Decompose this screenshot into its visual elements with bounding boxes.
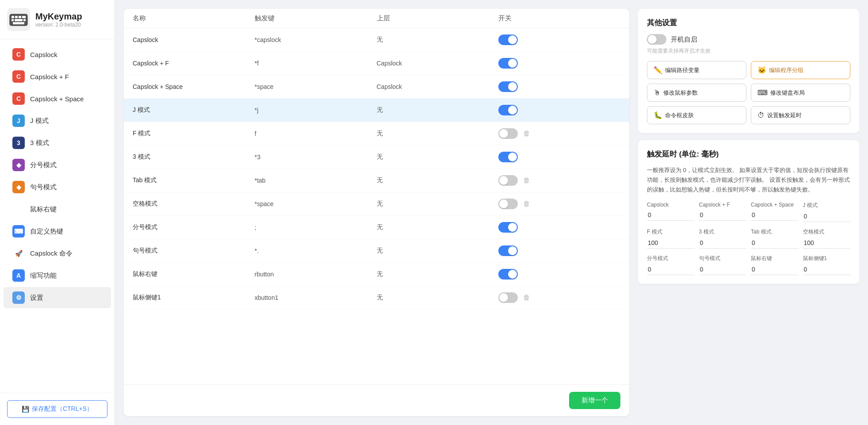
table-row[interactable]: 鼠标右键rbutton无	[124, 263, 629, 286]
action-btn-icon-set-delay: ⏱	[757, 111, 765, 119]
action-btn-edit-program[interactable]: 🐱编辑程序分组	[751, 61, 850, 79]
action-btn-edit-path[interactable]: ✏️编辑路径变量	[647, 61, 746, 79]
delay-item-8: 分号模式	[647, 255, 695, 275]
delay-input-1[interactable]	[699, 210, 747, 221]
delay-input-11[interactable]	[803, 264, 851, 275]
toggle-7[interactable]	[498, 199, 518, 209]
table-row[interactable]: 3 模式*3无	[124, 145, 629, 169]
sidebar-item-3-mode[interactable]: 33 模式	[4, 132, 111, 153]
row-switch-7: 🗑	[498, 199, 620, 209]
table-row[interactable]: F 模式f无🗑	[124, 122, 629, 145]
delay-input-7[interactable]	[803, 237, 851, 249]
sidebar-icon-fenhao-mode: ◆	[12, 159, 25, 171]
row-trigger-11: xbutton1	[255, 294, 377, 301]
row-name-2: Capslock + Space	[133, 83, 255, 90]
table-row[interactable]: Tab 模式*tab无🗑	[124, 169, 629, 192]
toggle-0[interactable]	[498, 34, 518, 45]
delay-item-2: Capslock + Space	[751, 202, 799, 222]
toggle-6[interactable]	[498, 175, 518, 186]
delay-input-9[interactable]	[699, 264, 747, 275]
sidebar-icon-settings: ⚙	[12, 291, 25, 304]
sidebar-item-mouse-right[interactable]: ↖鼠标右键	[4, 199, 111, 220]
row-switch-1	[498, 58, 620, 69]
toggle-5[interactable]	[498, 152, 518, 162]
save-button[interactable]: 💾 保存配置（CTRL+S）	[7, 400, 107, 418]
toggle-1[interactable]	[498, 58, 518, 69]
row-layer-3: 无	[377, 106, 499, 114]
row-name-1: Capslock + F	[133, 60, 255, 67]
toggle-4[interactable]	[498, 128, 518, 139]
sidebar-item-settings[interactable]: ⚙设置	[4, 287, 111, 308]
sidebar-item-capslock-space[interactable]: CCapslock + Space	[4, 88, 111, 109]
row-trigger-1: *f	[255, 60, 377, 67]
sidebar: MyKeymap version: 2.0-beta20 CCapslockCC…	[0, 0, 115, 425]
delete-icon-7[interactable]: 🗑	[523, 200, 530, 208]
delay-input-10[interactable]	[751, 264, 799, 275]
delay-input-0[interactable]	[647, 210, 695, 221]
toggle-9[interactable]	[498, 245, 518, 256]
svg-rect-2	[11, 16, 14, 18]
sidebar-item-gouhao-mode[interactable]: ◆句号模式	[4, 176, 111, 198]
delay-label-10: 鼠标右键	[751, 255, 799, 262]
svg-rect-7	[15, 19, 23, 21]
startup-toggle[interactable]	[647, 34, 666, 45]
delay-item-3: J 模式	[803, 202, 851, 222]
delay-item-11: 鼠标侧键1	[803, 255, 851, 275]
row-name-4: F 模式	[133, 130, 255, 138]
table-row[interactable]: 句号模式*.无	[124, 239, 629, 263]
delay-input-8[interactable]	[647, 264, 695, 275]
sidebar-item-capslock-cmd[interactable]: 🚀Capslock 命令	[4, 243, 111, 264]
save-icon: 💾	[22, 406, 29, 413]
sidebar-item-capslock-f[interactable]: CCapslock + F	[4, 66, 111, 87]
delay-input-5[interactable]	[699, 237, 747, 249]
row-layer-6: 无	[377, 176, 499, 184]
row-trigger-10: rbutton	[255, 271, 377, 278]
row-switch-10	[498, 269, 620, 280]
delay-input-3[interactable]	[803, 211, 851, 222]
delay-label-7: 空格模式	[803, 228, 851, 236]
action-btn-set-delay[interactable]: ⏱设置触发延时	[751, 106, 850, 124]
svg-rect-4	[19, 16, 21, 18]
toggle-3[interactable]	[498, 105, 518, 115]
add-button[interactable]: 新增一个	[569, 392, 620, 409]
table-row[interactable]: Capslock + Space*spaceCapslock	[124, 75, 629, 99]
other-settings-title: 其他设置	[647, 18, 850, 28]
action-btn-modify-mouse[interactable]: 🖱修改鼠标参数	[647, 84, 746, 102]
sidebar-item-custom-hotkey[interactable]: ⌨自定义热键	[4, 221, 111, 242]
action-btn-cmd-skin[interactable]: 🐛命令框皮肤	[647, 106, 746, 124]
startup-label: 开机自启	[671, 35, 697, 44]
sidebar-item-j-mode[interactable]: JJ 模式	[4, 110, 111, 131]
action-btn-label-modify-keyboard: 修改键盘布局	[770, 89, 805, 97]
action-btn-modify-keyboard[interactable]: ⌨修改键盘布局	[751, 84, 850, 102]
sidebar-nav: CCapslockCCapslock + FCCapslock + SpaceJ…	[0, 39, 115, 393]
table-row[interactable]: 鼠标侧键1xbutton1无🗑	[124, 286, 629, 310]
delete-icon-4[interactable]: 🗑	[523, 130, 530, 138]
sidebar-item-capslock[interactable]: CCapslock	[4, 44, 111, 65]
delay-label-4: F 模式	[647, 228, 695, 236]
action-btn-icon-modify-keyboard: ⌨	[757, 88, 768, 97]
delay-input-4[interactable]	[647, 237, 695, 249]
sidebar-item-abbrev[interactable]: A缩写功能	[4, 265, 111, 286]
app-version: version: 2.0-beta20	[35, 22, 82, 28]
table-row[interactable]: Capslock + F*fCapslock	[124, 52, 629, 75]
delete-icon-11[interactable]: 🗑	[523, 294, 530, 302]
right-panel: 其他设置 开机自启 可能需要关掉再开启才生效 ✏️编辑路径变量🐱编辑程序分组🖱修…	[638, 9, 859, 416]
table-row[interactable]: J 模式*j无	[124, 99, 629, 122]
sidebar-item-fenhao-mode[interactable]: ◆分号模式	[4, 154, 111, 176]
table-row[interactable]: 分号模式;无	[124, 216, 629, 239]
table-row[interactable]: Capslock*capslock无	[124, 28, 629, 52]
toggle-8[interactable]	[498, 222, 518, 233]
delay-input-6[interactable]	[751, 237, 799, 249]
toggle-11[interactable]	[498, 292, 518, 303]
toggle-10[interactable]	[498, 269, 518, 280]
row-name-6: Tab 模式	[133, 176, 255, 184]
row-switch-6: 🗑	[498, 175, 620, 186]
table-row[interactable]: 空格模式*space无🗑	[124, 192, 629, 216]
toggle-2[interactable]	[498, 81, 518, 92]
row-trigger-4: f	[255, 130, 377, 137]
delay-input-2[interactable]	[751, 210, 799, 221]
row-switch-3	[498, 105, 620, 115]
sidebar-icon-capslock-cmd: 🚀	[12, 247, 25, 260]
row-trigger-5: *3	[255, 153, 377, 161]
delete-icon-6[interactable]: 🗑	[523, 176, 530, 184]
